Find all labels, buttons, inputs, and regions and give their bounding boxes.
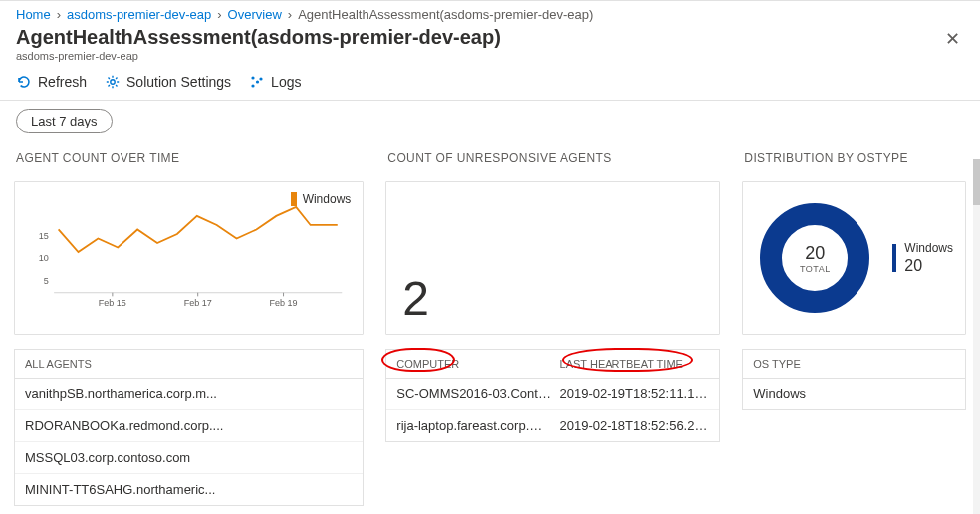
table-header-os-type: OS TYPE bbox=[753, 358, 955, 370]
svg-point-3 bbox=[252, 84, 255, 87]
table-all-agents: ALL AGENTS vanithpSB.northamerica.corp.m… bbox=[14, 349, 364, 506]
breadcrumb-current: AgentHealthAssessment(asdoms-premier-dev… bbox=[298, 7, 593, 22]
svg-text:Feb 17: Feb 17 bbox=[184, 298, 212, 308]
svg-point-4 bbox=[260, 77, 263, 80]
page-title: AgentHealthAssessment(asdoms-premier-dev… bbox=[16, 26, 501, 49]
svg-text:Feb 15: Feb 15 bbox=[99, 298, 126, 308]
chevron-right-icon: › bbox=[217, 7, 221, 22]
donut-legend-value: 20 bbox=[904, 256, 953, 275]
tile-title-unresponsive: COUNT OF UNRESPONSIVE AGENTS bbox=[385, 149, 720, 181]
page-subtitle: asdoms-premier-dev-eap bbox=[16, 50, 501, 62]
gear-icon bbox=[105, 74, 121, 90]
donut-chart: 20 TOTAL bbox=[755, 198, 874, 318]
table-header-all-agents: ALL AGENTS bbox=[25, 358, 353, 370]
logs-icon bbox=[249, 74, 265, 90]
donut-total-value: 20 bbox=[805, 243, 825, 264]
svg-text:10: 10 bbox=[39, 253, 49, 263]
scrollbar-thumb[interactable] bbox=[973, 159, 980, 205]
logs-label: Logs bbox=[271, 74, 301, 90]
chevron-right-icon: › bbox=[288, 7, 292, 22]
scrollbar[interactable] bbox=[973, 159, 980, 514]
line-chart: 15 10 5 Feb 15 Feb 17 Feb 19 bbox=[27, 206, 351, 318]
breadcrumb: Home › asdoms-premier-dev-eap › Overview… bbox=[0, 1, 980, 26]
table-header-last-heartbeat: LAST HEARTBEAT TIME bbox=[560, 358, 710, 370]
logs-button[interactable]: Logs bbox=[249, 74, 301, 90]
refresh-icon bbox=[16, 74, 32, 90]
refresh-label: Refresh bbox=[38, 74, 87, 90]
donut-total-label: TOTAL bbox=[800, 264, 831, 274]
table-row[interactable]: SC-OMMS2016-03.Contoso.Lo...2019-02-19T1… bbox=[386, 379, 719, 410]
legend-swatch bbox=[291, 192, 297, 206]
toolbar: Refresh Solution Settings Logs bbox=[0, 64, 980, 101]
table-unresponsive: COMPUTER LAST HEARTBEAT TIME SC-OMMS2016… bbox=[385, 349, 720, 442]
card-unresponsive-count[interactable]: 2 bbox=[385, 181, 720, 335]
chart-card-agent-count[interactable]: Windows 15 10 5 Feb 15 Feb 17 Feb 19 bbox=[14, 181, 364, 335]
table-os-type: OS TYPE Windows bbox=[742, 349, 966, 410]
table-row[interactable]: MSSQL03.corp.contoso.com bbox=[15, 442, 363, 474]
table-row[interactable]: Windows bbox=[743, 379, 965, 409]
tile-title-distribution: DISTRIBUTION BY OSTYPE bbox=[742, 149, 966, 181]
chevron-right-icon: › bbox=[57, 7, 61, 22]
svg-text:5: 5 bbox=[44, 276, 49, 286]
donut-legend-name: Windows bbox=[904, 241, 953, 255]
table-row[interactable]: MININT-TT6SAHG.northameric... bbox=[15, 474, 363, 505]
breadcrumb-workspace[interactable]: asdoms-premier-dev-eap bbox=[67, 7, 211, 22]
time-range-pill[interactable]: Last 7 days bbox=[16, 109, 113, 133]
table-header-computer: COMPUTER bbox=[396, 358, 559, 370]
legend-label: Windows bbox=[303, 192, 352, 206]
close-button[interactable]: ✕ bbox=[941, 26, 964, 52]
tile-title-agent-count: AGENT COUNT OVER TIME bbox=[14, 149, 364, 181]
table-row[interactable]: rija-laptop.fareast.corp.microso...2019-… bbox=[386, 410, 719, 441]
svg-text:Feb 19: Feb 19 bbox=[270, 298, 298, 308]
card-distribution[interactable]: 20 TOTAL Windows 20 bbox=[742, 181, 966, 335]
svg-text:15: 15 bbox=[39, 231, 49, 241]
unresponsive-count-value: 2 bbox=[398, 241, 429, 326]
table-row[interactable]: RDORANBOOKa.redmond.corp.... bbox=[15, 410, 363, 442]
breadcrumb-overview[interactable]: Overview bbox=[228, 7, 282, 22]
breadcrumb-home[interactable]: Home bbox=[16, 7, 51, 22]
donut-legend: Windows 20 bbox=[892, 241, 953, 275]
svg-point-1 bbox=[252, 76, 255, 79]
table-row[interactable]: vanithpSB.northamerica.corp.m... bbox=[15, 379, 363, 410]
solution-settings-button[interactable]: Solution Settings bbox=[105, 74, 231, 90]
refresh-button[interactable]: Refresh bbox=[16, 74, 87, 90]
svg-point-0 bbox=[111, 80, 115, 84]
solution-settings-label: Solution Settings bbox=[126, 74, 231, 90]
svg-point-2 bbox=[256, 80, 259, 83]
